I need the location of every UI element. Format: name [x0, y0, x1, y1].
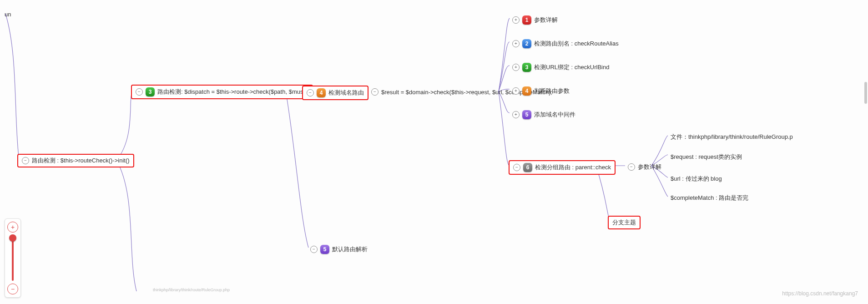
node-param-completematch[interactable]: $completeMatch : 路由是否完	[667, 192, 752, 204]
node-label: 默认路由解析	[332, 245, 368, 253]
zoom-in-button[interactable]: +	[7, 222, 18, 233]
badge-5-icon: 5	[320, 245, 329, 254]
zoom-thumb[interactable]	[9, 234, 16, 242]
badge-1-icon: 1	[522, 15, 531, 25]
badge-3-icon: 3	[522, 63, 531, 72]
node-param-file[interactable]: 文件：thinkphp/library/think/route/RuleGrou…	[667, 131, 797, 143]
node-5-default-route-parse[interactable]: − 5 默认路由解析	[307, 243, 371, 256]
node-label: 添加域名中间件	[534, 111, 575, 119]
node-label: 路由检测: $dispatch = $this->route->check($p…	[157, 88, 308, 96]
collapse-icon[interactable]: −	[513, 164, 520, 171]
badge-3-icon: 3	[146, 87, 155, 96]
node-label: 参数详解	[638, 163, 661, 171]
zoom-slider[interactable]: + −	[5, 218, 21, 298]
node-child-4[interactable]: + 4 判断路由参数	[509, 85, 573, 97]
node-label: 参数详解	[534, 16, 558, 24]
watermark-text: https://blog.csdn.net/fangkang7	[782, 290, 858, 297]
node-label: 分支主题	[612, 218, 636, 227]
badge-4-icon: 4	[317, 88, 326, 97]
collapse-icon[interactable]: −	[628, 163, 635, 171]
node-param-url[interactable]: $url : 传过来的 blog	[667, 173, 726, 185]
node-child-5[interactable]: + 5 添加域名中间件	[509, 108, 579, 121]
node-branch-topic[interactable]: 分支主题	[608, 216, 641, 229]
node-label: 路由检测 : $this->routeCheck()->init()	[32, 157, 130, 165]
badge-6-icon: 6	[523, 163, 532, 172]
collapse-icon[interactable]: −	[371, 88, 378, 96]
node-label: 检测路由别名 : checkRouteAlias	[534, 40, 619, 48]
collapse-icon[interactable]: −	[307, 89, 314, 96]
zoom-track[interactable]	[12, 235, 14, 281]
collapse-icon[interactable]: −	[22, 157, 29, 164]
collapse-icon[interactable]: −	[310, 246, 318, 253]
fragment-label: un	[5, 11, 11, 18]
fragment-text: un	[1, 9, 15, 20]
node-label: 检测分组路由 : parent::check	[535, 163, 611, 172]
node-label: 判断路由参数	[534, 87, 570, 95]
node-child-2[interactable]: + 2 检测路由别名 : checkRouteAlias	[509, 37, 622, 50]
node-param-detail[interactable]: − 参数详解	[624, 161, 665, 173]
node-label: 检测域名路由	[328, 89, 364, 97]
node-child-6-parent-check[interactable]: − 6 检测分组路由 : parent::check	[509, 160, 616, 175]
badge-2-icon: 2	[522, 39, 531, 48]
node-label: $url : 传过来的 blog	[671, 175, 722, 183]
node-param-request[interactable]: $request : request类的实例	[667, 151, 746, 163]
zoom-out-button[interactable]: −	[7, 284, 18, 294]
node-label: $completeMatch : 路由是否完	[671, 194, 748, 202]
node-root-routecheck[interactable]: − 路由检测 : $this->routeCheck()->init()	[17, 154, 134, 167]
expand-icon[interactable]: +	[512, 87, 520, 95]
node-4-check-domain-route[interactable]: − 4 检测域名路由	[302, 86, 368, 100]
expand-icon[interactable]: +	[512, 111, 520, 118]
expand-icon[interactable]: +	[512, 16, 520, 24]
node-label: 文件：thinkphp/library/think/route/RuleGrou…	[671, 133, 793, 141]
scrollbar-thumb[interactable]	[864, 82, 867, 104]
node-3-route-check-dispatch[interactable]: − 3 路由检测: $dispatch = $this->route->chec…	[131, 85, 313, 99]
footer-path-hint: thinkphp/library/think/route/RuleGroup.p…	[153, 288, 230, 292]
node-child-3[interactable]: + 3 检测URL绑定 : checkUrlBind	[509, 61, 613, 74]
expand-icon[interactable]: +	[512, 64, 520, 71]
badge-5-icon: 5	[522, 110, 531, 119]
expand-icon[interactable]: +	[512, 40, 520, 47]
node-label: $request : request类的实例	[671, 153, 742, 161]
collapse-icon[interactable]: −	[136, 88, 143, 96]
node-label: 检测URL绑定 : checkUrlBind	[534, 63, 609, 71]
node-child-1[interactable]: + 1 参数详解	[509, 14, 561, 26]
badge-4-icon: 4	[522, 86, 531, 96]
